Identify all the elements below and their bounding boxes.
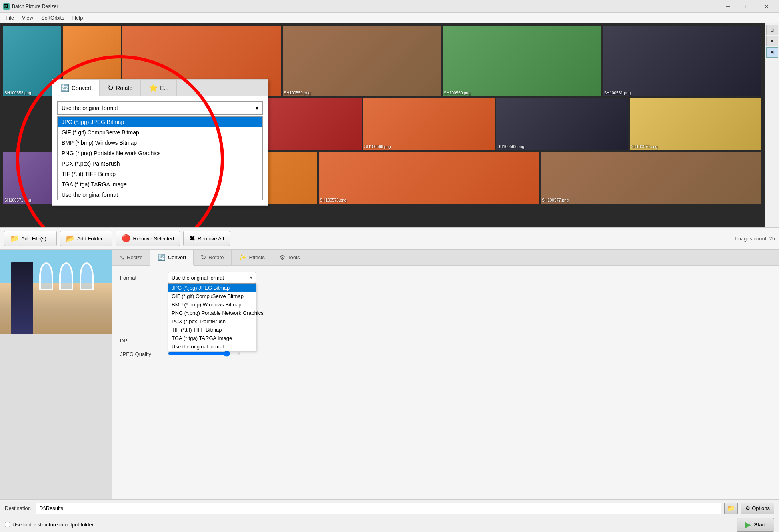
dropdown-option-png[interactable]: PNG (*.png) Portable Network Graphics [58,148,262,158]
gear-icon: ⚙ [745,505,750,511]
effects-icon: ✨ [239,254,247,261]
gallery-area: SH100553.png SH100557.png SH100558.png S… [0,23,779,227]
titlebar: 🖼 Batch Picture Resizer ─ □ ✕ [0,0,779,13]
view-small-btn[interactable]: ⊟ [766,47,778,58]
tab-resize[interactable]: ⤡ Resize [112,250,150,265]
dropdown-opt-pcx[interactable]: PCX (*.pcx) PaintBrush [168,317,256,326]
footer-bar: Use folder structure in output folder ▶ … [0,517,779,532]
destination-bar: Destination 📁 ⚙ Options [0,499,779,517]
star-icon: ⭐ [149,84,158,92]
dropdown-opt-jpg[interactable]: JPG (*.jpg) JPEG Bitmap [168,284,256,292]
gallery-item[interactable]: SH100560.png [443,26,601,96]
add-folder-button[interactable]: 📂 Add Folder... [60,231,113,246]
dropdown-arrow-icon: ▾ [256,105,258,111]
settings-panel: ⤡ Resize 🔄 Convert ↻ Rotate ✨ Effects ⚙ [112,250,779,499]
view-toolbar: ⊞ ≡ ⊟ [765,23,779,227]
start-button[interactable]: ▶ Start [737,518,774,532]
gallery-item[interactable]: SH100576.png [319,152,539,204]
start-icon: ▶ [745,520,751,529]
jpeg-quality-label: JPEG Quality [120,351,168,357]
tools-icon: ⚙ [280,254,285,261]
modal-tab-extra[interactable]: ⭐ E... [141,80,177,96]
close-button[interactable]: ✕ [757,0,776,13]
view-medium-btn[interactable]: ≡ [766,36,778,46]
remove-all-label: Remove All [198,236,224,242]
tab-tools[interactable]: ⚙ Tools [272,250,307,265]
gallery-item[interactable]: SH100561.png [603,26,762,96]
format-dropdown-value: Use the original format [62,105,118,111]
images-count: Images count: 25 [735,236,775,242]
remove-all-button[interactable]: ✖ Remove All [183,231,230,246]
dropdown-option-pcx[interactable]: PCX (*.pcx) PaintBrush [58,158,262,169]
dropdown-opt-original[interactable]: Use the original format [168,342,256,351]
folder-structure-checkbox[interactable] [5,522,10,527]
gallery-item[interactable]: SH100559.png [283,26,441,96]
format-label: Format [120,275,168,281]
dropdown-option-jpg[interactable]: JPG (*.jpg) JPEG Bitmap [58,117,262,127]
add-file-label: Add File(s)... [21,236,51,242]
modal-tab-convert[interactable]: 🔄 Convert [52,80,100,96]
menu-help[interactable]: Help [68,14,87,22]
gallery-label: SH100553.png [4,91,31,95]
remove-all-icon: ✖ [189,234,195,243]
dropdown-option-tga[interactable]: TGA (*.tga) TARGA Image [58,179,262,190]
add-folder-icon: 📂 [66,234,75,243]
settings-form: Format Use the original format ▾ JPG (*.… [112,266,779,369]
dropdown-opt-tif[interactable]: TIF (*.tif) TIFF Bitmap [168,326,256,334]
dropdown-option-tif[interactable]: TIF (*.tif) TIFF Bitmap [58,169,262,179]
gallery-item[interactable]: SH100570.png [630,98,761,150]
dropdown-opt-png[interactable]: PNG (*.png) Portable Network Graphics [168,309,256,317]
tab-resize-label: Resize [127,254,143,260]
gallery-item[interactable]: SH100577.png [541,152,761,204]
folder-structure-label[interactable]: Use folder structure in output folder [5,522,94,528]
format-dropdown[interactable]: Use the original format ▾ [168,272,256,283]
tab-effects[interactable]: ✨ Effects [232,250,273,265]
convert-panel: ⤡ Resize 🔄 Convert ↻ Rotate ✨ Effects ⚙ [0,250,779,499]
menu-view[interactable]: View [18,14,37,22]
app-title: Batch Picture Resizer [12,4,719,9]
gallery-item[interactable]: SH100569.png [496,98,628,150]
rotate-tab-icon: ↻ [108,84,114,92]
start-label: Start [754,522,766,528]
jpeg-quality-slider[interactable] [168,350,240,357]
dropdown-opt-tga[interactable]: TGA (*.tga) TARGA Image [168,334,256,342]
dropdown-option-gif[interactable]: GIF (*.gif) CompuServe Bitmap [58,127,262,138]
format-dropdown-value: Use the original format [172,275,224,281]
tab-rotate[interactable]: ↻ Rotate [194,250,231,265]
gallery-label: SH100570.png [631,144,658,149]
menubar: File View SoftOrbits Help [0,13,779,23]
main-area: SH100553.png SH100557.png SH100558.png S… [0,23,779,532]
destination-browse-button[interactable]: 📁 [724,503,738,514]
add-folder-label: Add Folder... [77,236,107,242]
tab-convert[interactable]: 🔄 Convert [150,250,194,266]
menu-softorbits[interactable]: SoftOrbits [37,14,68,22]
gallery-label: SH100568.png [364,144,391,149]
dropdown-opt-gif[interactable]: GIF (*.gif) CompuServe Bitmap [168,292,256,300]
add-file-button[interactable]: 📁 Add File(s)... [4,231,57,246]
gallery-label: SH100571.png [4,198,31,202]
resize-icon: ⤡ [119,254,124,261]
modal-tab-rotate[interactable]: ↻ Rotate [100,80,141,96]
format-dropdown-modal[interactable]: Use the original format ▾ [57,101,263,115]
dropdown-option-original[interactable]: Use the original format [58,190,262,200]
options-label: Options [752,505,770,511]
jpeg-quality-row: JPEG Quality [120,350,771,358]
modal-tabs: 🔄 Convert ↻ Rotate ⭐ E... [52,80,268,96]
gallery-label: SH100559.png [284,91,311,95]
modal-tab-convert-label: Convert [72,85,91,91]
gallery-label: SH100569.png [497,144,524,149]
maximize-button[interactable]: □ [738,0,757,13]
format-row: Format Use the original format ▾ JPG (*.… [120,272,771,283]
dropdown-option-bmp[interactable]: BMP (*.bmp) Windows Bitmap [58,138,262,148]
destination-input[interactable] [36,503,721,514]
gallery-label: SH100561.png [604,91,631,95]
jpeg-quality-control [168,350,771,358]
view-large-btn[interactable]: ⊞ [766,25,778,35]
format-dropdown-list-modal: JPG (*.jpg) JPEG Bitmap GIF (*.gif) Comp… [57,116,263,200]
dropdown-opt-bmp[interactable]: BMP (*.bmp) Windows Bitmap [168,300,256,309]
gallery-item[interactable]: SH100568.png [363,98,495,150]
remove-selected-button[interactable]: 🔴 Remove Selected [116,231,180,246]
menu-file[interactable]: File [2,14,18,22]
options-button[interactable]: ⚙ Options [741,503,774,514]
minimize-button[interactable]: ─ [719,0,737,13]
